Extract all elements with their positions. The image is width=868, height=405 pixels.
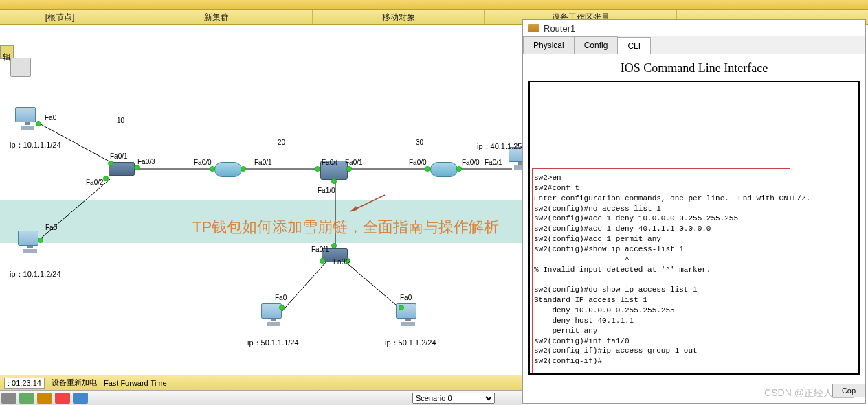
watermark-text: TP钱包如何添加雪崩链，全面指南与操作解析: [192, 217, 499, 238]
port-label: Fa0/3: [137, 158, 155, 165]
annotation-highlight: [532, 168, 790, 374]
status-bar: : 01:23:14 设备重新加电 Fast Forward Time: [0, 375, 522, 390]
device-type-icon[interactable]: [37, 393, 52, 404]
window-title: Router1: [544, 23, 575, 34]
port-label: Fa0/1: [110, 152, 128, 160]
port-label: Fa1/0: [318, 187, 335, 194]
port-status: [346, 166, 352, 172]
port-label: Fa0/1: [485, 159, 502, 166]
note-icon[interactable]: [10, 58, 31, 77]
tab-root[interactable]: [根节点]: [0, 10, 120, 24]
ip-label-pc1: ip：10.1.1.1/24: [10, 140, 61, 150]
topology-canvas[interactable]: 辑 Fa0 Fa0/1 Fa0/2: [0, 25, 522, 375]
scenario-dropdown[interactable]: Scenario 0: [412, 393, 495, 404]
tab-cli[interactable]: CLI: [617, 37, 651, 54]
port-label: Fa0/0: [409, 159, 427, 166]
device-type-icon[interactable]: [19, 393, 34, 404]
port-status: [331, 243, 337, 248]
port-label: Fa0/(: [322, 159, 337, 166]
device-type-icon[interactable]: [55, 393, 70, 404]
area-label-10: 10: [117, 117, 124, 124]
svg-line-7: [280, 262, 326, 313]
port-status: [331, 178, 337, 184]
device-config-window: Router1 Physical Config CLI IOS Command …: [522, 19, 866, 404]
ip-label-pc4: ip：50.1.1.2/24: [385, 338, 436, 348]
port-status: [103, 176, 109, 181]
tab-new-cluster[interactable]: 新集群: [120, 10, 313, 24]
sim-time: : 01:23:14: [4, 378, 45, 389]
port-status: [134, 165, 140, 170]
port-label: Fa0/1: [311, 246, 329, 253]
csdn-watermark: CSDN @正经人____: [764, 387, 854, 400]
port-status: [36, 121, 41, 126]
port-label: Fa0/0: [462, 159, 480, 166]
port-label: Fa0: [45, 114, 56, 121]
port-status: [320, 258, 325, 264]
power-cycle-label[interactable]: 设备重新加电: [52, 378, 97, 388]
window-titlebar[interactable]: Router1: [523, 20, 865, 36]
pc-device-1[interactable]: [15, 107, 40, 130]
router-icon: [528, 24, 539, 32]
cli-title: IOS Command Line Interface: [523, 54, 865, 81]
port-status: [241, 166, 246, 172]
port-status: [425, 166, 430, 172]
config-tabs: Physical Config CLI: [523, 36, 865, 54]
device-palette: Scenario 0: [0, 390, 522, 405]
ip-label-pc2: ip：10.1.1.2/24: [10, 269, 61, 279]
port-status: [399, 305, 404, 310]
device-type-icon[interactable]: [73, 393, 88, 404]
port-status: [456, 166, 462, 172]
port-label: Fa0/0: [194, 159, 212, 166]
toolbar-top: [0, 0, 868, 10]
tab-config[interactable]: Config: [574, 36, 619, 54]
ip-label-pc3: ip：50.1.1.1/24: [247, 338, 299, 348]
port-label: Fa0: [45, 224, 57, 231]
port-status: [315, 166, 320, 172]
port-label: Fa0/1: [254, 159, 272, 166]
port-label: Fa0: [400, 294, 412, 301]
port-label: Fa0: [275, 294, 287, 301]
cli-terminal[interactable]: sw2>en sw2#conf t Enter configuration co…: [528, 81, 860, 375]
port-status: [38, 238, 43, 243]
port-status: [108, 161, 113, 166]
port-status: [210, 166, 215, 172]
port-label: Fa0/2: [86, 178, 104, 186]
port-label: Fa0/2: [333, 258, 351, 266]
fast-forward-label[interactable]: Fast Forward Time: [104, 379, 167, 387]
port-label: Fa0/1: [345, 159, 363, 166]
scenario-selector[interactable]: Scenario 0: [412, 393, 495, 404]
device-type-icon[interactable]: [1, 393, 16, 404]
area-label-30: 30: [416, 139, 423, 146]
area-label-20: 20: [278, 139, 285, 146]
tab-move-object[interactable]: 移动对象: [313, 10, 485, 24]
router-device-3[interactable]: [430, 162, 458, 177]
router-device-1[interactable]: [214, 162, 242, 177]
edit-button[interactable]: 辑: [0, 45, 14, 59]
ip-label-pc5: ip：40.1.1.25: [477, 141, 522, 152]
port-status: [279, 305, 285, 310]
tab-physical[interactable]: Physical: [523, 36, 575, 54]
